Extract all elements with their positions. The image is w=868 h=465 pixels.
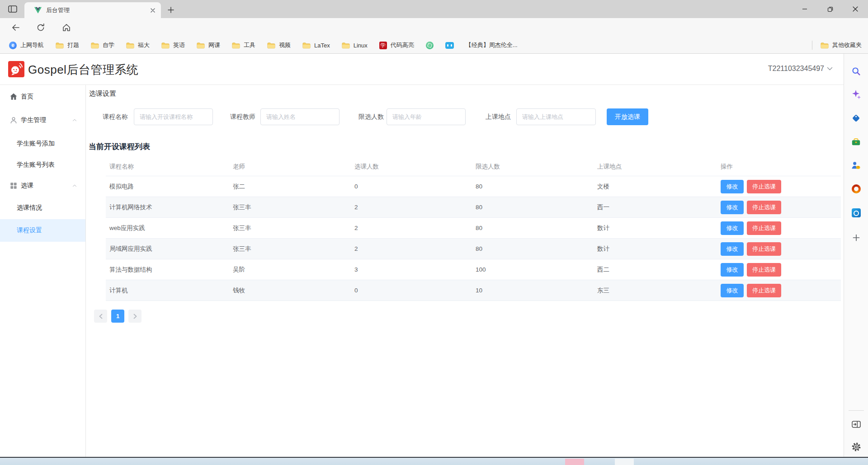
bookmark-item-icon-only[interactable] [445, 42, 454, 49]
user-dropdown[interactable]: T2211032345497 [768, 65, 833, 73]
screen: 后台管理 [0, 0, 868, 465]
app-title: Gospel后台管理系统 [28, 62, 138, 78]
bookmark-folder[interactable]: 自学 [91, 41, 114, 49]
sidebar-item-course-selection[interactable]: 选课 [0, 174, 85, 197]
sidebar-item-home[interactable]: 首页 [0, 85, 85, 108]
open-selection-button[interactable]: 开放选课 [607, 108, 648, 125]
outlook-icon[interactable] [850, 207, 862, 219]
table-row: 计算机 钱牧 0 10 东三 修改停止选课 [106, 280, 841, 301]
sidebar-settings-gear-icon[interactable] [850, 441, 862, 453]
bookmark-folder[interactable]: 视频 [267, 41, 291, 49]
sidebar-divider [849, 410, 864, 411]
taskbar-item [615, 459, 634, 465]
prev-page-button[interactable] [94, 310, 107, 323]
other-favorites[interactable]: 其他收藏夹 [812, 37, 862, 53]
user-id: T2211032345497 [768, 65, 824, 73]
limit-count-input[interactable] [387, 108, 466, 125]
main-content: 选课设置 课程名称 课程教师 限选人数 上课地点 开放选课 当前开设课程列表 课… [86, 85, 844, 457]
edit-button[interactable]: 修改 [721, 263, 744, 277]
bookmarks-divider [812, 41, 812, 50]
edit-button[interactable]: 修改 [721, 201, 744, 214]
shopping-tag-icon[interactable] [850, 113, 862, 124]
folder-icon [56, 42, 64, 49]
bookmark-folder[interactable]: 工具 [232, 41, 255, 49]
code-highlight-icon [379, 42, 387, 49]
table-row: 计算机网络技术 张三丰 2 80 西一 修改停止选课 [106, 197, 841, 218]
toolbox-icon[interactable] [850, 136, 862, 148]
refresh-icon[interactable] [36, 23, 45, 32]
next-page-button[interactable] [128, 310, 142, 323]
sidebar-item-student-account-add[interactable]: 学生账号添加 [0, 132, 85, 155]
course-name-label: 课程名称 [103, 113, 128, 121]
home-icon [9, 92, 18, 101]
back-icon[interactable] [10, 23, 19, 32]
bookmark-folder[interactable]: 福大 [126, 41, 150, 49]
edit-button[interactable]: 修改 [721, 180, 744, 193]
tab-actions-menu-icon[interactable] [6, 4, 19, 14]
stop-selection-button[interactable]: 停止选课 [747, 180, 781, 193]
browser-tab-strip: 后台管理 [0, 0, 868, 18]
table-row: 局域网应用实践 张三丰 2 80 数计 修改停止选课 [106, 239, 841, 259]
browser-toolbar: localhost:8081/sc [0, 18, 868, 37]
sidebar-item-selection-status[interactable]: 选课情况 [0, 197, 85, 219]
edge-sidebar [844, 54, 868, 457]
close-button[interactable] [843, 0, 868, 18]
copilot-icon[interactable] [850, 89, 862, 100]
app-header: Gospel后台管理系统 T2211032345497 [0, 54, 868, 85]
search-icon[interactable] [850, 66, 862, 77]
tab-title: 后台管理 [46, 6, 150, 14]
edit-button[interactable]: 修改 [721, 242, 744, 256]
games-icon[interactable] [850, 160, 862, 171]
tab-close-icon[interactable] [150, 8, 156, 13]
course-teacher-input[interactable] [260, 108, 340, 125]
stop-selection-button[interactable]: 停止选课 [747, 242, 781, 256]
home-icon[interactable] [62, 23, 71, 32]
stop-selection-button[interactable]: 停止选课 [747, 201, 781, 214]
maximize-button[interactable] [817, 0, 843, 18]
app-sidebar: 首页 学生管理 学生账号添加 学生账号列表 选课 选课情况 课程设置 [0, 85, 86, 457]
stop-selection-button[interactable]: 停止选课 [747, 263, 781, 277]
vue-favicon-icon [34, 7, 42, 14]
table-row: web应用实践 张三丰 2 80 数计 修改停止选课 [106, 218, 841, 239]
current-page-button[interactable]: 1 [111, 310, 124, 323]
limit-count-label: 限选人数 [359, 113, 384, 121]
stop-selection-button[interactable]: 停止选课 [747, 284, 781, 297]
bookmark-folder[interactable]: 网课 [197, 41, 220, 49]
sidebar-item-student-management[interactable]: 学生管理 [0, 109, 85, 132]
sidebar-item-student-account-list[interactable]: 学生账号列表 [0, 154, 85, 176]
pagination: 1 [94, 310, 142, 323]
bookmark-folder[interactable]: 打题 [56, 41, 79, 49]
open-sidebar-panel-icon[interactable] [850, 418, 862, 430]
course-teacher-label: 课程教师 [230, 113, 255, 121]
edit-button[interactable]: 修改 [721, 284, 744, 297]
minimize-button[interactable] [792, 0, 817, 18]
bookmark-item[interactable]: 【经典】周杰伦全... [466, 41, 518, 49]
window-controls [792, 0, 868, 18]
e-navigation-icon [9, 42, 17, 49]
page-title: 选课设置 [89, 89, 116, 98]
person-icon [9, 116, 18, 125]
class-location-input[interactable] [516, 108, 596, 125]
chevron-down-icon [827, 67, 833, 71]
bookmark-folder[interactable]: LaTex [302, 42, 330, 49]
folder-icon [821, 42, 829, 49]
windows-taskbar-edge [0, 458, 868, 465]
new-tab-button[interactable] [165, 5, 176, 15]
bookmark-item-icon-only[interactable] [426, 42, 434, 49]
course-table: 课程名称 老师 选课人数 限选人数 上课地点 操作 模拟电路 张二 0 80 文… [106, 157, 841, 301]
grid-menu-icon [9, 181, 18, 190]
gospel-logo [8, 61, 24, 77]
bookmark-folder[interactable]: 英语 [161, 41, 185, 49]
class-location-label: 上课地点 [486, 113, 511, 121]
office-icon[interactable] [850, 183, 862, 195]
sidebar-item-course-settings[interactable]: 课程设置 [0, 219, 85, 242]
bilibili-tv-icon [445, 42, 454, 49]
bookmark-folder[interactable]: Linux [342, 42, 368, 49]
bookmark-item[interactable]: 上网导航 [9, 41, 44, 49]
browser-tab[interactable]: 后台管理 [24, 2, 161, 18]
edit-button[interactable]: 修改 [721, 221, 744, 235]
bookmark-item[interactable]: 代码高亮 [379, 41, 414, 49]
course-name-input[interactable] [134, 108, 213, 125]
stop-selection-button[interactable]: 停止选课 [747, 221, 781, 235]
add-sidebar-item-icon[interactable] [850, 232, 862, 244]
